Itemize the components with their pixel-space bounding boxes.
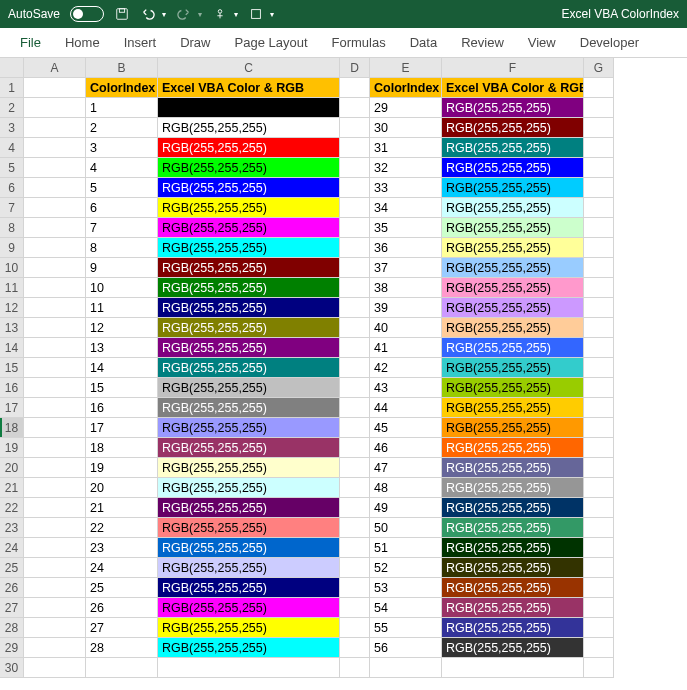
cell-B1[interactable]: ColorIndex xyxy=(86,78,158,98)
cell-D18[interactable] xyxy=(340,418,370,438)
row-header-16[interactable]: 16 xyxy=(0,378,24,398)
col-header-E[interactable]: E xyxy=(370,58,442,78)
cell-C9[interactable]: RGB(255,255,255) xyxy=(158,238,340,258)
cell-C2[interactable] xyxy=(158,98,340,118)
cell-B6[interactable]: 5 xyxy=(86,178,158,198)
cell-B26[interactable]: 25 xyxy=(86,578,158,598)
cell-E7[interactable]: 34 xyxy=(370,198,442,218)
cell-G23[interactable] xyxy=(584,518,614,538)
cell-A7[interactable] xyxy=(24,198,86,218)
cell-E8[interactable]: 35 xyxy=(370,218,442,238)
cell-C7[interactable]: RGB(255,255,255) xyxy=(158,198,340,218)
cell-D7[interactable] xyxy=(340,198,370,218)
cell-G13[interactable] xyxy=(584,318,614,338)
cell-A6[interactable] xyxy=(24,178,86,198)
cell-F17[interactable]: RGB(255,255,255) xyxy=(442,398,584,418)
cell-A1[interactable] xyxy=(24,78,86,98)
chevron-down-icon[interactable]: ▾ xyxy=(270,10,274,19)
cell-B12[interactable]: 11 xyxy=(86,298,158,318)
tab-home[interactable]: Home xyxy=(53,28,112,58)
cell-E10[interactable]: 37 xyxy=(370,258,442,278)
row-header-17[interactable]: 17 xyxy=(0,398,24,418)
cell-C3[interactable]: RGB(255,255,255) xyxy=(158,118,340,138)
row-header-11[interactable]: 11 xyxy=(0,278,24,298)
cell-A9[interactable] xyxy=(24,238,86,258)
cell-F12[interactable]: RGB(255,255,255) xyxy=(442,298,584,318)
cell-D1[interactable] xyxy=(340,78,370,98)
cell-B14[interactable]: 13 xyxy=(86,338,158,358)
cell-F24[interactable]: RGB(255,255,255) xyxy=(442,538,584,558)
cell-G22[interactable] xyxy=(584,498,614,518)
cell-G28[interactable] xyxy=(584,618,614,638)
cell-B25[interactable]: 24 xyxy=(86,558,158,578)
cell-D15[interactable] xyxy=(340,358,370,378)
cell-C26[interactable]: RGB(255,255,255) xyxy=(158,578,340,598)
cell-A30[interactable] xyxy=(24,658,86,678)
cell-E26[interactable]: 53 xyxy=(370,578,442,598)
cell-C21[interactable]: RGB(255,255,255) xyxy=(158,478,340,498)
save-icon[interactable] xyxy=(114,6,130,22)
row-header-3[interactable]: 3 xyxy=(0,118,24,138)
cell-G6[interactable] xyxy=(584,178,614,198)
cell-E13[interactable]: 40 xyxy=(370,318,442,338)
cell-A23[interactable] xyxy=(24,518,86,538)
cell-G4[interactable] xyxy=(584,138,614,158)
col-header-A[interactable]: A xyxy=(24,58,86,78)
cell-G17[interactable] xyxy=(584,398,614,418)
cell-F1[interactable]: Excel VBA Color & RGB xyxy=(442,78,584,98)
col-header-B[interactable]: B xyxy=(86,58,158,78)
cell-F13[interactable]: RGB(255,255,255) xyxy=(442,318,584,338)
cell-D14[interactable] xyxy=(340,338,370,358)
cell-B13[interactable]: 12 xyxy=(86,318,158,338)
cell-D4[interactable] xyxy=(340,138,370,158)
cell-A3[interactable] xyxy=(24,118,86,138)
cell-E11[interactable]: 38 xyxy=(370,278,442,298)
cell-G8[interactable] xyxy=(584,218,614,238)
cell-B27[interactable]: 26 xyxy=(86,598,158,618)
row-header-9[interactable]: 9 xyxy=(0,238,24,258)
cell-F29[interactable]: RGB(255,255,255) xyxy=(442,638,584,658)
cell-F18[interactable]: RGB(255,255,255) xyxy=(442,418,584,438)
cell-D11[interactable] xyxy=(340,278,370,298)
cell-D23[interactable] xyxy=(340,518,370,538)
cell-G14[interactable] xyxy=(584,338,614,358)
cell-G25[interactable] xyxy=(584,558,614,578)
cell-D17[interactable] xyxy=(340,398,370,418)
cell-E2[interactable]: 29 xyxy=(370,98,442,118)
cell-A22[interactable] xyxy=(24,498,86,518)
cell-C12[interactable]: RGB(255,255,255) xyxy=(158,298,340,318)
cell-D22[interactable] xyxy=(340,498,370,518)
cell-C27[interactable]: RGB(255,255,255) xyxy=(158,598,340,618)
row-header-27[interactable]: 27 xyxy=(0,598,24,618)
tab-draw[interactable]: Draw xyxy=(168,28,222,58)
row-header-28[interactable]: 28 xyxy=(0,618,24,638)
row-header-22[interactable]: 22 xyxy=(0,498,24,518)
cell-G7[interactable] xyxy=(584,198,614,218)
cell-G24[interactable] xyxy=(584,538,614,558)
cell-G10[interactable] xyxy=(584,258,614,278)
tab-page-layout[interactable]: Page Layout xyxy=(223,28,320,58)
row-header-1[interactable]: 1 xyxy=(0,78,24,98)
cell-D21[interactable] xyxy=(340,478,370,498)
cell-G29[interactable] xyxy=(584,638,614,658)
cell-C5[interactable]: RGB(255,255,255) xyxy=(158,158,340,178)
cell-G15[interactable] xyxy=(584,358,614,378)
cell-B22[interactable]: 21 xyxy=(86,498,158,518)
cell-A10[interactable] xyxy=(24,258,86,278)
cell-F16[interactable]: RGB(255,255,255) xyxy=(442,378,584,398)
tab-review[interactable]: Review xyxy=(449,28,516,58)
cell-A15[interactable] xyxy=(24,358,86,378)
customize-qat-icon[interactable] xyxy=(248,6,264,22)
cell-A11[interactable] xyxy=(24,278,86,298)
cell-G26[interactable] xyxy=(584,578,614,598)
cell-E6[interactable]: 33 xyxy=(370,178,442,198)
row-header-30[interactable]: 30 xyxy=(0,658,24,678)
cell-D19[interactable] xyxy=(340,438,370,458)
cell-G19[interactable] xyxy=(584,438,614,458)
cell-D29[interactable] xyxy=(340,638,370,658)
cell-A5[interactable] xyxy=(24,158,86,178)
cell-G5[interactable] xyxy=(584,158,614,178)
cell-C6[interactable]: RGB(255,255,255) xyxy=(158,178,340,198)
cell-B10[interactable]: 9 xyxy=(86,258,158,278)
cell-F9[interactable]: RGB(255,255,255) xyxy=(442,238,584,258)
